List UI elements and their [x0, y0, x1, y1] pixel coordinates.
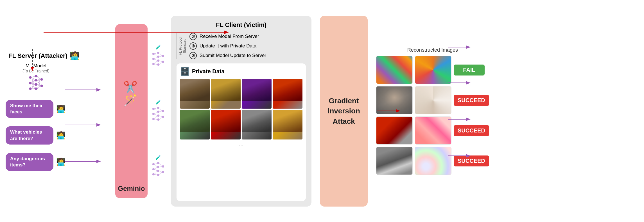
svg-line-39	[155, 57, 157, 59]
result-badge-1: FAIL	[454, 65, 485, 75]
fl-step-1: ① Receive Model From Server	[189, 33, 266, 40]
private-data-grid	[180, 79, 302, 139]
svg-line-83	[159, 171, 162, 172]
mini-nets-section: 🧪 🧪	[151, 30, 165, 193]
fl-step-2: ② Update It with Private Data	[189, 42, 266, 50]
svg-line-40	[155, 59, 157, 61]
svg-point-50	[157, 107, 159, 109]
private-data-area: 🗄️ Private Data	[177, 63, 306, 201]
small-neural-icon-1	[151, 51, 165, 67]
reconstructed-title: Reconstructed Images	[376, 47, 489, 53]
svg-point-68	[152, 173, 155, 175]
fl-server-label: FL Server (Attacker)	[8, 52, 67, 59]
svg-point-4	[35, 79, 37, 82]
svg-line-77	[155, 167, 157, 169]
geminio-section: ✂️🪄 Geminio	[115, 24, 149, 198]
private-image-soldier	[180, 79, 210, 109]
svg-line-79	[155, 171, 157, 174]
private-image-sunglasses	[211, 79, 241, 109]
svg-point-0	[29, 76, 32, 79]
mini-net-3: 🧪	[151, 155, 165, 178]
small-neural-icon-3	[151, 161, 165, 178]
svg-line-46	[159, 62, 162, 65]
private-image-graduate	[242, 79, 272, 109]
svg-line-16	[32, 83, 35, 89]
wand-icon: ✂️🪄	[123, 81, 140, 107]
svg-point-48	[152, 113, 155, 115]
ml-model-label: ML Model	[26, 63, 46, 69]
mini-net-1: 🧪	[151, 44, 165, 67]
svg-point-29	[152, 58, 155, 60]
svg-point-72	[157, 174, 159, 176]
db-icon: 🗄️	[180, 67, 190, 76]
svg-point-5	[35, 83, 37, 86]
svg-line-75	[155, 163, 157, 164]
gia-box: GradientInversionAttack	[320, 16, 368, 207]
svg-point-7	[40, 78, 43, 81]
svg-point-67	[152, 168, 155, 170]
flask-icon-3: 🧪	[155, 155, 161, 160]
step-text-3: Submit Model Update to Server	[200, 53, 266, 58]
svg-point-66	[152, 163, 155, 165]
fl-step-3: ③ Submit Model Update to Server	[189, 52, 266, 59]
recon-image-2b	[415, 86, 451, 114]
reconstructed-section: Reconstructed Images FAIL SUCCEED SUCC	[376, 47, 489, 175]
recon-image-2a	[376, 86, 413, 114]
recon-image-3b	[415, 116, 451, 145]
svg-point-73	[162, 165, 164, 168]
svg-point-54	[162, 110, 164, 112]
svg-point-35	[162, 55, 164, 57]
svg-line-60	[155, 116, 157, 119]
result-badge-2: SUCCEED	[454, 95, 489, 106]
svg-point-28	[152, 53, 155, 55]
result-badge-4: SUCCEED	[454, 155, 489, 166]
svg-point-71	[157, 170, 159, 172]
svg-point-49	[152, 118, 155, 120]
svg-point-69	[157, 162, 159, 164]
private-data-title: 🗄️ Private Data	[180, 67, 302, 76]
fl-server-section: FL Server (Attacker) 🧑‍💻 ML Model (To Be…	[6, 51, 112, 171]
flask-icon-1: 🧪	[155, 44, 161, 50]
svg-line-59	[155, 114, 157, 116]
hacker-icon: 🧑‍💻	[70, 51, 80, 60]
svg-line-44	[159, 56, 162, 57]
private-image-gun	[242, 110, 272, 139]
step-circle-3: ③	[189, 52, 197, 59]
chat-bubble-1: Show me their faces	[6, 100, 53, 118]
gia-section: GradientInversionAttack	[320, 16, 368, 207]
chat-row-3: Any dangerous items? 🧑‍💻	[6, 153, 65, 171]
svg-line-42	[155, 64, 157, 65]
svg-line-41	[155, 61, 157, 64]
chat-bubble-3: Any dangerous items?	[6, 153, 53, 171]
ml-model-area: ML Model (To Be Trained)	[22, 63, 49, 93]
svg-point-47	[152, 108, 155, 110]
svg-line-57	[155, 109, 157, 112]
svg-point-52	[157, 115, 159, 117]
svg-line-76	[155, 164, 157, 167]
recon-image-3a	[376, 116, 413, 145]
recon-row-2: SUCCEED	[376, 86, 489, 114]
svg-point-8	[40, 84, 43, 87]
private-image-red-car-1	[273, 79, 302, 109]
chat-row-1: Show me their faces 🧑‍💻	[6, 100, 65, 118]
svg-point-3	[35, 75, 37, 77]
svg-point-31	[157, 52, 159, 54]
svg-point-36	[162, 61, 164, 63]
svg-line-43	[159, 53, 162, 56]
user-icon-1: 🧑‍💻	[56, 105, 65, 113]
step-text-1: Receive Model From Server	[200, 34, 259, 39]
svg-line-82	[159, 166, 162, 167]
chat-bubble-2: What vehicles are there?	[6, 126, 53, 144]
svg-line-65	[159, 117, 162, 120]
private-data-label: Private Data	[192, 68, 225, 75]
step-text-2: Update It with Private Data	[200, 43, 256, 49]
svg-point-55	[162, 116, 164, 118]
svg-line-58	[155, 112, 157, 114]
flask-icon-2: 🧪	[155, 99, 161, 105]
svg-line-56	[155, 108, 157, 109]
user-icon-2: 🧑‍💻	[56, 131, 65, 140]
recon-image-1b	[415, 56, 451, 84]
ml-model-sublabel: (To Be Trained)	[22, 69, 49, 73]
svg-line-64	[159, 116, 162, 117]
svg-line-45	[159, 61, 162, 62]
